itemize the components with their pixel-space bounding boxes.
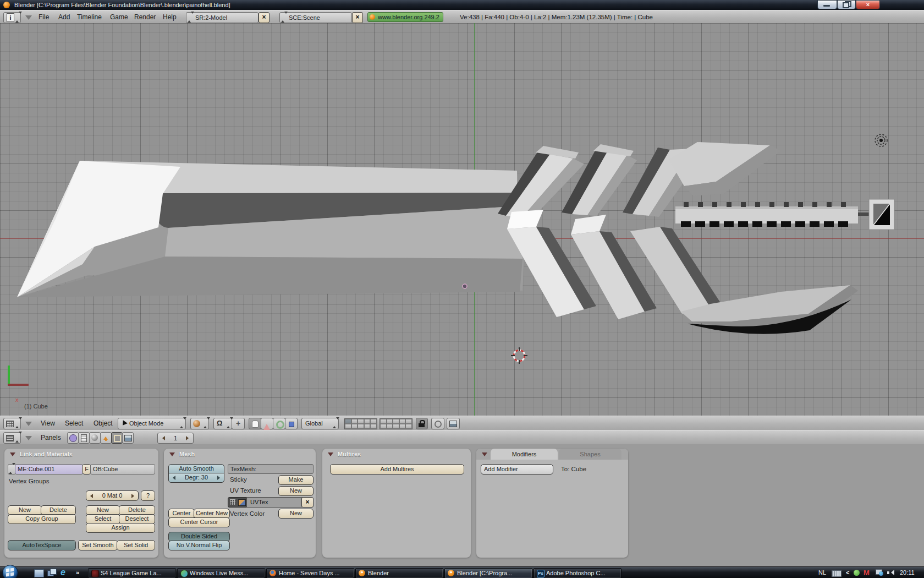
tray-m-icon[interactable]: M [864,567,870,578]
blender-version-badge[interactable]: www.blender.org 249.2 [367,12,443,22]
orientation-label: Global [305,418,323,429]
add-modifier-button[interactable]: Add Modifier [481,464,553,475]
scene-delete-button[interactable]: × [352,12,363,23]
assign-button[interactable]: Assign [86,523,155,533]
minimize-button[interactable] [817,0,837,9]
sticky-make-button[interactable]: Make [278,475,314,485]
shading-context-button[interactable] [89,432,101,444]
set-solid-button[interactable]: Set Solid [117,540,155,550]
tray-messenger-icon[interactable] [854,570,860,576]
header-collapse-icon[interactable] [25,436,32,440]
panel-title[interactable]: Link and Materials [20,451,73,457]
show-desktop-icon[interactable] [34,569,44,577]
panel-collapse-icon[interactable] [10,452,15,456]
menu-file[interactable]: File [38,10,49,24]
hand-tool-button[interactable] [249,418,261,429]
layer-buttons-left[interactable] [344,418,377,429]
render-preview-button[interactable] [447,418,460,429]
menu-select[interactable]: Select [65,416,83,430]
panel-title[interactable]: Mesh [179,451,195,457]
lock-view-button[interactable] [416,418,428,429]
copy-group-button[interactable]: Copy Group [8,514,76,524]
add-multires-button[interactable]: Add Multires [330,464,464,475]
header-collapse-icon[interactable] [25,422,32,426]
task-firefox[interactable]: Home - Seven Days ... [266,568,354,578]
mode-selector[interactable]: Object Mode [118,418,186,429]
orientation-selector[interactable]: Global [301,418,339,429]
pivot-selector[interactable]: Ω [213,418,232,429]
material-help-button[interactable]: ? [141,490,155,501]
internet-explorer-icon[interactable]: e [61,567,69,578]
scene-selector[interactable]: SCE:Scene [279,12,352,23]
vertex-color-new-button[interactable]: New [278,509,314,519]
translate-manipulator-button[interactable] [261,418,273,429]
task-blender[interactable]: Blender [355,568,443,578]
menu-help[interactable]: Help [163,10,177,24]
texmesh-field[interactable]: TexMesh: [228,464,314,474]
tray-volume-icon[interactable] [887,570,894,576]
panel-collapse-icon[interactable] [328,452,333,456]
center-cursor-button[interactable]: Center Cursor [168,517,230,527]
frame-next-icon[interactable] [186,436,191,440]
uvtex-name-field[interactable]: UVTex [246,497,302,508]
tray-keyboard-icon[interactable] [832,570,842,577]
panels-menu[interactable]: Panels [41,430,61,445]
3d-viewport[interactable]: x (1) Cube [0,23,924,416]
header-collapse-icon[interactable] [25,15,32,20]
menu-render[interactable]: Render [134,10,156,24]
layer-buttons-right[interactable] [380,418,413,429]
uvtex-icons-box[interactable] [228,497,248,508]
task-blender-active[interactable]: Blender [C:\Progra... [444,568,532,578]
menu-object[interactable]: Object [94,416,113,430]
logic-context-button[interactable] [67,432,79,444]
panel-collapse-icon[interactable] [482,452,487,456]
buttons-window-type-button[interactable] [3,432,21,444]
tab-shapes[interactable]: Shapes [559,449,622,460]
sword-model[interactable] [17,142,894,334]
menu-game[interactable]: Game [110,10,128,24]
tray-language-indicator[interactable]: NL [818,567,826,578]
material-index-stepper[interactable]: 0 Mat 0 [86,490,139,501]
switch-windows-icon[interactable] [47,569,56,576]
frame-stepper[interactable]: 1 [157,433,194,444]
uv-texture-new-button[interactable]: New [278,486,314,496]
task-photoshop[interactable]: Ps Adobe Photoshop C... [534,568,622,578]
autotexspace-toggle[interactable]: AutoTexSpace [8,540,76,550]
scale-manipulator-button[interactable] [285,418,298,429]
viewport-window-type-button[interactable] [3,418,21,429]
object-context-button[interactable] [100,432,112,444]
menu-view[interactable]: View [41,416,55,430]
close-button[interactable]: × [856,0,880,9]
screen-selector[interactable]: SR:2-Model [186,12,258,23]
quicklaunch-overflow-chevron[interactable]: » [76,567,79,578]
task-s4-league[interactable]: S4 League Game La... [88,568,176,578]
panel-collapse-icon[interactable] [169,452,175,456]
editing-context-button[interactable] [111,432,123,444]
tray-chevron[interactable]: < [846,567,849,578]
menu-timeline[interactable]: Timeline [77,10,102,24]
tray-clock[interactable]: 20:11 [900,567,915,578]
tab-modifiers[interactable]: Modifiers [491,449,558,460]
restore-button[interactable] [837,0,856,9]
scene-context-button[interactable] [122,432,134,444]
lamp-object[interactable] [875,134,887,146]
menu-add[interactable]: Add [58,10,70,24]
object-name-field[interactable]: OB:Cube [90,464,155,475]
rotate-manipulator-button[interactable] [273,418,285,429]
window-type-button[interactable]: i [3,12,21,23]
proportional-edit-button[interactable] [431,418,444,429]
screen-delete-button[interactable]: × [258,12,270,23]
mesh-name-field[interactable]: ME:Cube.001 [15,464,83,475]
scene-name: SCE:Scene [289,13,320,23]
set-smooth-button[interactable]: Set Smooth [78,540,118,550]
tray-network-icon[interactable] [876,569,883,576]
task-windows-live-messenger[interactable]: Windows Live Mess... [177,568,265,578]
panel-title[interactable]: Multires [338,451,361,457]
draw-type-selector[interactable] [190,418,209,429]
script-context-button[interactable] [78,432,90,444]
degr-slider[interactable]: Degr: 30 [168,473,224,483]
no-vnormal-flip-toggle[interactable]: No V.Normal Flip [168,541,230,550]
manipulator-toggle-button[interactable]: + [232,418,245,429]
start-button[interactable] [2,565,18,578]
uvtex-delete-button[interactable]: × [301,497,314,508]
